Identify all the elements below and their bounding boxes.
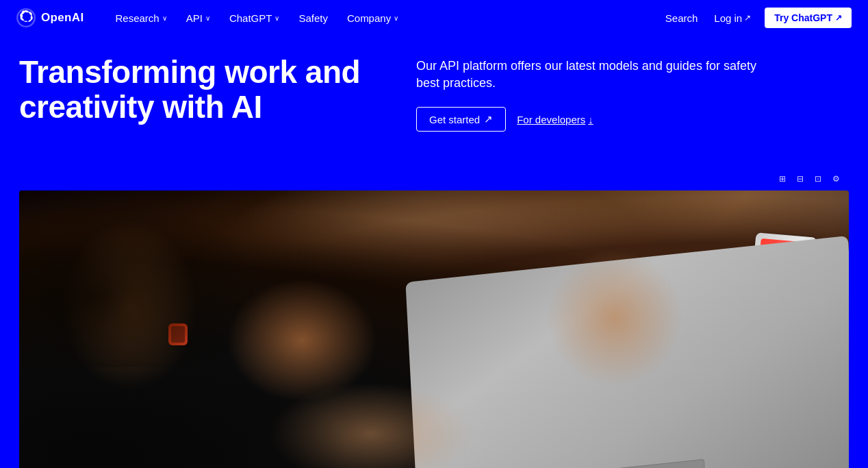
nav-chatgpt[interactable]: ChatGPT ∨: [220, 8, 290, 28]
api-chevron-icon: ∨: [205, 14, 210, 22]
try-chatgpt-button[interactable]: Try ChatGPT ↗: [765, 8, 852, 28]
toolbar-icon-2[interactable]: ⊟: [793, 171, 808, 186]
image-section: ⊞ ⊟ ⊡ ⚙ ✈ // generate k: [0, 166, 868, 468]
image-toolbar: ⊞ ⊟ ⊡ ⚙: [19, 166, 849, 190]
hero-right: Our API platform offers our latest model…: [375, 55, 849, 132]
toolbar-icon-1[interactable]: ⊞: [775, 171, 790, 186]
hero-section: Transforming work and creativity with AI…: [0, 36, 868, 166]
toolbar-icon-3[interactable]: ⊡: [810, 171, 826, 186]
hero-buttons: Get started ↗ For developers ↓: [416, 107, 593, 132]
get-started-arrow-icon: ↗: [484, 113, 493, 125]
search-button[interactable]: Search: [659, 8, 705, 28]
try-arrow-icon: ↗: [835, 13, 842, 23]
company-chevron-icon: ∨: [394, 14, 398, 22]
get-started-button[interactable]: Get started ↗: [416, 107, 506, 132]
toolbar-icon-4[interactable]: ⚙: [828, 171, 843, 186]
login-button[interactable]: Log in ↗: [707, 8, 758, 28]
nav-research[interactable]: Research ∨: [106, 8, 177, 28]
nav-api[interactable]: API ∨: [177, 8, 220, 28]
hero-image: ✈ // generate key divs dynamically: [19, 190, 849, 468]
research-chevron-icon: ∨: [162, 14, 167, 22]
developers-arrow-icon: ↓: [588, 114, 593, 125]
hero-title: Transforming work and creativity with AI: [19, 55, 375, 124]
logo-link[interactable]: OpenAI: [16, 8, 84, 27]
logo-wordmark: OpenAI: [41, 11, 84, 25]
nav-right: Search Log in ↗ Try ChatGPT ↗: [659, 8, 852, 28]
hero-left: Transforming work and creativity with AI: [19, 55, 375, 124]
for-developers-button[interactable]: For developers ↓: [517, 114, 593, 125]
chatgpt-chevron-icon: ∨: [275, 14, 279, 22]
navbar: OpenAI Research ∨ API ∨ ChatGPT ∨ Safety…: [0, 0, 868, 36]
dark-pants: [19, 338, 392, 468]
nav-safety[interactable]: Safety: [289, 8, 337, 28]
openai-logo-icon: [16, 8, 36, 27]
login-arrow-icon: ↗: [744, 13, 751, 23]
hand-right: [546, 249, 683, 386]
nav-company[interactable]: Company ∨: [337, 8, 408, 28]
hero-description: Our API platform offers our latest model…: [416, 58, 772, 92]
nav-links: Research ∨ API ∨ ChatGPT ∨ Safety Compan…: [106, 8, 659, 28]
